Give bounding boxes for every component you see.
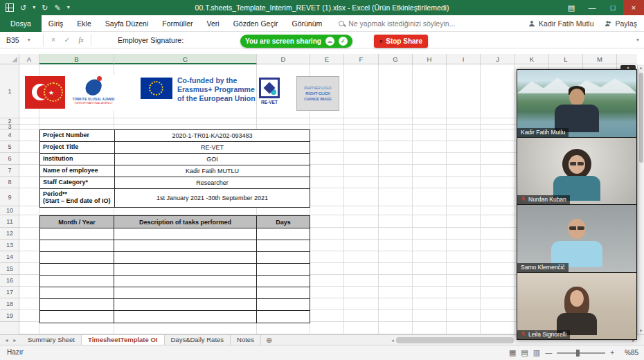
task-cell[interactable]	[257, 299, 310, 310]
column-header-F[interactable]: F	[344, 54, 379, 64]
row-header-3[interactable]: 3	[0, 125, 19, 129]
info-value-cell[interactable]: Kadir Fatih MUTLU	[115, 165, 310, 177]
page-layout-view-icon[interactable]: ▤	[521, 348, 528, 357]
column-header-E[interactable]: E	[310, 54, 344, 64]
task-header-cell[interactable]: Month / Year	[40, 216, 114, 228]
column-header-I[interactable]: I	[447, 54, 481, 64]
task-cell[interactable]	[40, 311, 114, 323]
ribbon-tab-Sayfa Düzeni[interactable]: Sayfa Düzeni	[98, 15, 155, 32]
task-cell[interactable]	[40, 240, 114, 251]
info-value-cell[interactable]: GOI	[115, 154, 310, 165]
row-header-7[interactable]: 7	[0, 165, 19, 177]
ribbon-tab-Veri[interactable]: Veri	[200, 15, 226, 32]
vertical-scroll-thumb[interactable]	[639, 73, 643, 163]
minimize-button[interactable]: —	[582, 0, 602, 15]
row-header-6[interactable]: 6	[0, 153, 19, 165]
task-cell[interactable]	[114, 264, 257, 275]
row-header-4[interactable]: 4	[0, 129, 19, 141]
row-header-11[interactable]: 11	[0, 215, 19, 228]
info-value-cell[interactable]: 2020-1-TR01-KA202-093483	[115, 130, 310, 141]
ribbon-tab-Ekle[interactable]: Ekle	[70, 15, 98, 32]
eu-flag-logo[interactable]	[141, 78, 172, 99]
info-label-cell[interactable]: Name of employee	[40, 165, 115, 177]
ribbon-tab-Formüller[interactable]: Formüller	[155, 15, 199, 32]
cancel-icon[interactable]: ×	[48, 36, 59, 44]
formula-bar-expand-icon[interactable]: ▾	[636, 37, 639, 43]
normal-view-icon[interactable]: ▦	[509, 348, 516, 357]
zoom-percentage[interactable]: %85	[619, 349, 638, 357]
revet-logo[interactable]: RE-VET	[258, 78, 281, 105]
info-value-cell[interactable]: Researcher	[115, 177, 310, 188]
ribbon-tab-Gözden Geçir[interactable]: Gözden Geçir	[226, 15, 285, 32]
column-header-A[interactable]: A	[19, 54, 39, 64]
task-header-cell[interactable]: Description of tasks performed	[114, 216, 257, 228]
zoom-slider[interactable]	[557, 352, 605, 354]
task-cell[interactable]	[40, 228, 114, 240]
column-header-K[interactable]: K	[515, 54, 549, 64]
national-agency-logo[interactable]: TÜRKİYE ULUSAL AJANSI TURKISH NATIONAL A…	[72, 75, 115, 111]
task-cell[interactable]	[257, 228, 310, 240]
info-label-cell[interactable]: Period** (Start – End date of IO)	[40, 189, 115, 207]
column-header-L[interactable]: L	[549, 54, 583, 64]
row-header-1[interactable]: 1	[0, 64, 19, 118]
sheet-tab-TimesheetTemplate OI[interactable]: TimesheetTemplate OI	[82, 335, 165, 345]
row-header-15[interactable]: 15	[0, 263, 19, 275]
task-cell[interactable]	[40, 299, 114, 310]
tell-me-box[interactable]: Ne yapmak istediğinizi söyleyin...	[339, 19, 455, 28]
page-break-view-icon[interactable]: ▥	[533, 348, 540, 357]
task-cell[interactable]	[40, 287, 114, 298]
info-label-cell[interactable]: Project Title	[40, 142, 115, 153]
sheet-tab-Summary Sheet[interactable]: Summary Sheet	[21, 335, 82, 345]
column-header-J[interactable]: J	[481, 54, 515, 64]
sheet-nav-left-icon[interactable]: ◄	[4, 338, 9, 343]
hscroll-left-icon[interactable]: ◄	[389, 339, 396, 343]
task-cell[interactable]	[257, 240, 310, 251]
row-header-12[interactable]: 12	[0, 228, 19, 240]
task-cell[interactable]	[114, 276, 257, 287]
pen-icon[interactable]: ✎	[54, 3, 60, 12]
row-header-14[interactable]: 14	[0, 251, 19, 263]
column-header-H[interactable]: H	[413, 54, 447, 64]
turkish-flag-logo[interactable]: ★	[25, 76, 65, 109]
share-button[interactable]: Paylaş	[605, 19, 637, 28]
undo-icon[interactable]: ↺	[20, 3, 26, 12]
task-cell[interactable]	[257, 264, 310, 275]
column-header-D[interactable]: D	[257, 54, 310, 64]
row-header-10[interactable]: 10	[0, 206, 19, 215]
row-header-17[interactable]: 17	[0, 287, 19, 298]
video-panel-collapse-icon[interactable]: ▲	[620, 65, 636, 70]
column-header-B[interactable]: B	[39, 54, 114, 64]
row-header-18[interactable]: 18	[0, 298, 19, 310]
task-cell[interactable]	[114, 228, 257, 240]
task-cell[interactable]	[257, 287, 310, 298]
column-header-M[interactable]: M	[583, 54, 617, 64]
undo-caret-icon[interactable]: ▾	[33, 3, 35, 12]
excel-icon[interactable]	[6, 3, 14, 12]
row-header-13[interactable]: 13	[0, 240, 19, 251]
partner-logo-placeholder[interactable]: PARTNER LOGO RIGHT-CLICK CHANGE IMAGE	[296, 76, 339, 111]
task-cell[interactable]	[40, 264, 114, 275]
row-header-5[interactable]: 5	[0, 141, 19, 153]
task-cell[interactable]	[114, 240, 257, 251]
enter-icon[interactable]: ✓	[62, 36, 73, 44]
info-value-cell[interactable]: RE-VET	[115, 142, 310, 153]
participant-tile[interactable]: Kadir Fatih Mutlu	[517, 69, 637, 138]
column-header-C[interactable]: C	[114, 54, 257, 64]
row-header-16[interactable]: 16	[0, 275, 19, 287]
formula-input[interactable]: Employer Signature:	[118, 36, 184, 44]
customize-qat-icon[interactable]: ▾	[67, 3, 70, 12]
participant-tile[interactable]: Samo Klemenčič	[517, 204, 637, 273]
sheet-tab-Days&Daily Rates[interactable]: Days&Daily Rates	[165, 335, 231, 345]
task-cell[interactable]	[257, 252, 310, 263]
task-cell[interactable]	[114, 311, 257, 323]
participant-tile[interactable]: Nurdan Kuban	[517, 137, 637, 206]
ribbon-tab-Giriş[interactable]: Giriş	[42, 15, 71, 32]
horizontal-scroll-thumb[interactable]	[396, 337, 514, 343]
close-button[interactable]: ×	[623, 0, 644, 15]
sheet-tab-Notes[interactable]: Notes	[231, 335, 261, 345]
zoom-in-icon[interactable]: +	[610, 349, 614, 357]
info-label-cell[interactable]: Institution	[40, 154, 115, 165]
zoom-slider-thumb[interactable]	[576, 350, 580, 357]
vertical-scrollbar[interactable]: ▲ ▼	[637, 64, 644, 334]
column-header-G[interactable]: G	[379, 54, 413, 64]
